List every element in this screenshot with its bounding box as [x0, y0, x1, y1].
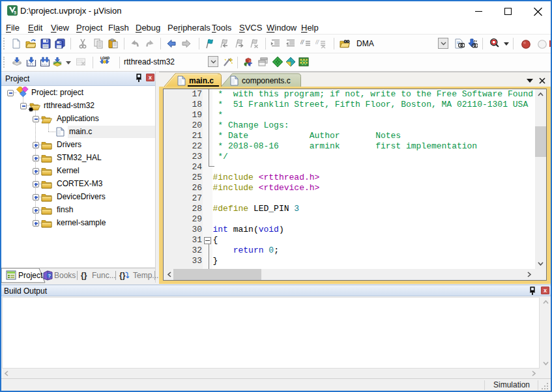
- svg-text://: //: [300, 39, 305, 46]
- svg-text:?: ?: [48, 273, 51, 279]
- svg-text:5: 5: [14, 10, 16, 15]
- svg-text:LOAD: LOAD: [100, 56, 109, 60]
- svg-text://: //: [315, 39, 320, 46]
